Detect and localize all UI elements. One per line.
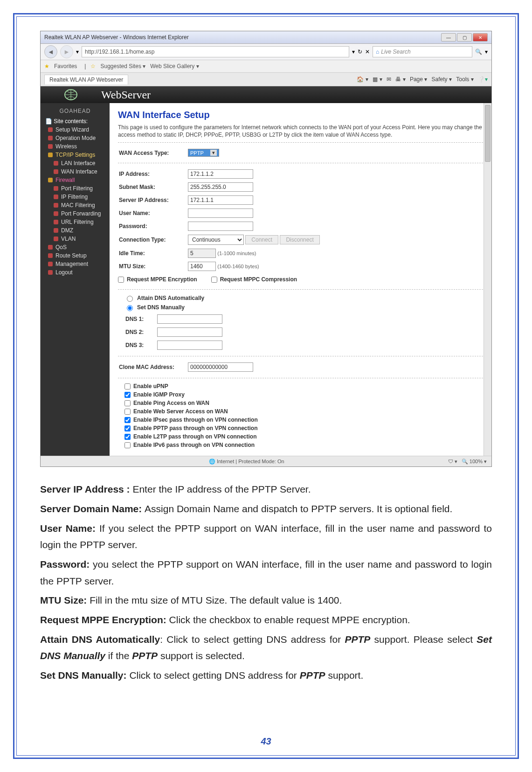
help-icon[interactable]: ❔▾: [478, 76, 488, 83]
sidebar-item-port-fwd[interactable]: Port Forwarding: [41, 209, 110, 218]
option-checkbox[interactable]: Enable uPNP: [124, 382, 483, 390]
content-area: WAN Interface Setup This page is used to…: [110, 103, 491, 456]
sidebar-item-dmz[interactable]: DMZ: [41, 226, 110, 235]
conn-select[interactable]: Continuous: [188, 235, 244, 245]
sidebar-item-mac-filter[interactable]: MAC Filtering: [41, 201, 110, 209]
window-titlebar: Realtek WLAN AP Webserver - Windows Inte…: [41, 31, 491, 44]
ip-label: IP Address:: [119, 168, 187, 180]
close-button[interactable]: ✕: [473, 33, 488, 42]
sidebar-item-route[interactable]: Route Setup: [41, 251, 110, 260]
scrollbar-thumb[interactable]: [485, 105, 491, 162]
option-checkbox[interactable]: Enable PPTP pass through on VPN connecti…: [124, 424, 483, 432]
ip-input[interactable]: [188, 169, 253, 179]
star-icon: ☆: [90, 63, 96, 70]
zoom-value: 100%: [470, 459, 483, 464]
search-input[interactable]: ⌂ Live Search: [373, 46, 472, 57]
pass-label: Password:: [119, 220, 187, 232]
bing-icon: ⌂: [376, 49, 379, 55]
option-checkbox[interactable]: Enable Web Server Access on WAN: [124, 407, 483, 416]
mask-label: Subnet Mask:: [119, 181, 187, 193]
globe-icon: [41, 88, 101, 101]
access-type-select[interactable]: PPTP▾: [188, 149, 219, 157]
window-title: Realtek WLAN AP Webserver - Windows Inte…: [44, 34, 441, 41]
favorites-bar: ★ Favorites | ☆ Suggested Sites ▾ Web Sl…: [41, 60, 491, 73]
mtu-input[interactable]: [188, 262, 216, 271]
maximize-button[interactable]: ▢: [457, 33, 472, 42]
stop-icon[interactable]: ✕: [365, 49, 370, 55]
sidebar-item-qos[interactable]: QoS: [41, 243, 110, 251]
option-checkbox[interactable]: Enable IGMP Proxy: [124, 390, 483, 399]
suggested-sites[interactable]: Suggested Sites ▾: [100, 63, 145, 70]
scrollbar[interactable]: [484, 103, 491, 456]
forward-button[interactable]: ►: [60, 45, 73, 58]
mtu-label: MTU Size:: [119, 260, 187, 272]
server-input[interactable]: [188, 195, 253, 205]
browser-tab[interactable]: Realtek WLAN AP Webserver: [44, 75, 128, 84]
disconnect-button[interactable]: Disconnect: [280, 235, 319, 244]
chevron-down-icon: ▾: [210, 150, 217, 156]
idle-note: (1-1000 minutes): [217, 250, 256, 256]
mppc-checkbox[interactable]: Request MPPC Compression: [211, 275, 297, 284]
tab-bar: Realtek WLAN AP Webserver 🏠 ▾ ▦ ▾ ✉ 🖶 ▾ …: [41, 73, 491, 86]
dns3-input[interactable]: [157, 341, 222, 350]
safety-menu[interactable]: Safety ▾: [432, 76, 452, 83]
sidebar-item-vlan[interactable]: VLAN: [41, 235, 110, 243]
dropdown-icon[interactable]: ▾: [76, 49, 79, 55]
webserver-title: WebServer: [101, 89, 151, 101]
user-input[interactable]: [188, 209, 253, 218]
sidebar-item-lan[interactable]: LAN Interface: [41, 159, 110, 167]
tools-menu[interactable]: Tools ▾: [456, 76, 473, 83]
clone-input[interactable]: [188, 362, 253, 372]
dns2-label: DNS 2:: [125, 326, 156, 338]
status-bar: 🌐 Internet | Protected Mode: On 🛡 ▾ 🔍 10…: [41, 456, 491, 466]
option-checkbox[interactable]: Enable L2TP pass through on VPN connecti…: [124, 432, 483, 441]
server-label: Server IP Address:: [119, 194, 187, 206]
status-text: Internet | Protected Mode: On: [217, 459, 284, 464]
page-heading: WAN Interface Setup: [118, 110, 483, 120]
clone-label: Clone MAC Address:: [119, 361, 187, 373]
print-icon[interactable]: 🖶 ▾: [395, 76, 405, 83]
document-body: Server IP Address : Enter the IP address…: [40, 481, 492, 684]
sidebar-item-tcpip[interactable]: TCP/IP Settings: [41, 151, 110, 159]
sidebar-item-wan[interactable]: WAN Interface: [41, 167, 110, 176]
pass-input[interactable]: [188, 222, 253, 231]
dns2-input[interactable]: [157, 327, 222, 337]
sidebar-item-operation-mode[interactable]: Operation Mode: [41, 134, 110, 142]
zone-icon: 🌐: [209, 459, 215, 464]
feeds-icon[interactable]: ▦ ▾: [373, 76, 382, 83]
favorites-star-icon[interactable]: ★: [44, 63, 49, 70]
sidebar-item-firewall[interactable]: Firewall: [41, 176, 110, 184]
sidebar-item-logout[interactable]: Logout: [41, 268, 110, 277]
web-slice[interactable]: Web Slice Gallery ▾: [150, 63, 199, 70]
dns1-input[interactable]: [157, 314, 222, 324]
mppe-checkbox[interactable]: Request MPPE Encryption: [118, 275, 197, 284]
sidebar-item-ip-filter[interactable]: IP Filtering: [41, 193, 110, 201]
mask-input[interactable]: [188, 182, 253, 192]
home-icon[interactable]: 🏠 ▾: [357, 76, 368, 83]
read-mail-icon[interactable]: ✉: [387, 76, 393, 83]
minimize-button[interactable]: —: [441, 33, 456, 42]
site-contents-label: 📄 Site contents:: [41, 117, 110, 125]
mtu-note: (1400-1460 bytes): [217, 264, 259, 269]
option-checkbox[interactable]: Enable IPv6 pass through on VPN connecti…: [124, 441, 483, 449]
sidebar-item-url-filter[interactable]: URL Filtering: [41, 218, 110, 226]
page-menu[interactable]: Page ▾: [410, 76, 427, 83]
connect-button[interactable]: Connect: [245, 235, 278, 244]
sidebar-item-setup-wizard[interactable]: Setup Wizard: [41, 125, 110, 134]
idle-input: [188, 249, 216, 258]
dns-manual-radio[interactable]: Set DNS Manually: [124, 303, 483, 312]
option-checkbox[interactable]: Enable IPsec pass through on VPN connect…: [124, 416, 483, 424]
sidebar-item-wireless[interactable]: Wireless: [41, 142, 110, 151]
command-bar: 🏠 ▾ ▦ ▾ ✉ 🖶 ▾ Page ▾ Safety ▾ Tools ▾ ❔▾: [354, 76, 488, 83]
sidebar: GOAHEAD 📄 Site contents: Setup Wizard Op…: [41, 103, 110, 456]
sidebar-item-port-filter[interactable]: Port Filtering: [41, 184, 110, 193]
option-checkbox[interactable]: Enable Ping Access on WAN: [124, 399, 483, 407]
refresh-icon[interactable]: ↻: [358, 49, 362, 55]
url-input[interactable]: http://192.168.1.1/home.asp: [82, 46, 349, 57]
sidebar-item-management[interactable]: Management: [41, 260, 110, 268]
back-button[interactable]: ◄: [44, 45, 57, 58]
dns3-label: DNS 3:: [125, 339, 156, 351]
search-go-icon[interactable]: 🔍: [475, 49, 482, 55]
dns-auto-radio[interactable]: Attain DNS Automatically: [124, 293, 483, 303]
address-bar: ◄ ► ▾ http://192.168.1.1/home.asp ▾↻✕ ⌂ …: [41, 44, 491, 60]
